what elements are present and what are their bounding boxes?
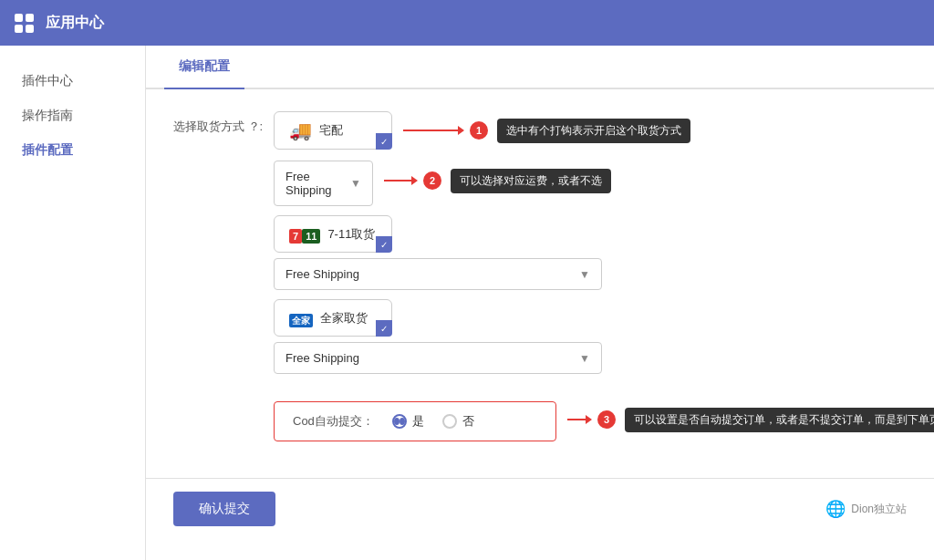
watermark-text: Dion独立站	[851, 502, 907, 517]
main-layout: 插件中心 操作指南 插件配置 编辑配置 选择取货方式 ？:	[0, 46, 934, 560]
chevron-down-icon-1: ▼	[350, 177, 361, 190]
familymart-icon: 全家	[289, 307, 313, 328]
cod-section: Cod自动提交： 是 否	[173, 398, 907, 441]
footer: 确认提交 🌐 Dion独立站	[146, 478, 934, 539]
arrow-line-2	[384, 180, 411, 181]
checkmark-familymart	[376, 320, 392, 337]
sidebar-item-plugin-config[interactable]: 插件配置	[0, 133, 145, 168]
annotation-3-inline: 3 可以设置是否自动提交订单，或者是不提交订单，而是到下单页面	[567, 408, 934, 432]
delivery-label: 选择取货方式 ？:	[173, 111, 274, 135]
confirm-button[interactable]: 确认提交	[173, 492, 275, 526]
chevron-down-icon-3: ▼	[579, 352, 590, 365]
anno-num-1: 1	[470, 121, 488, 140]
watermark-icon: 🌐	[825, 499, 846, 519]
delivery-item-711: 711 7-11取货 Free Shipping ▼	[274, 215, 611, 290]
seven-eleven-text: 7-11取货	[327, 226, 375, 243]
annotation-1-inline: 1 选中有个打钩表示开启这个取货方式	[403, 119, 690, 143]
sidebar-item-operation-guide[interactable]: 操作指南	[0, 99, 145, 133]
home-delivery-text: 宅配	[319, 122, 343, 139]
delivery-card-711[interactable]: 711 7-11取货	[274, 215, 392, 253]
cod-radio-group: 是 否	[392, 413, 474, 430]
checkmark-home	[376, 133, 392, 150]
cod-empty-label	[173, 398, 274, 405]
cod-box: Cod自动提交： 是 否	[274, 401, 556, 441]
delivery-item-familymart: 全家 全家取货 Free Shipping ▼	[274, 299, 611, 374]
cod-yes-radio[interactable]: 是	[392, 413, 424, 430]
arrow-line-3	[567, 419, 586, 420]
shipping-dropdown-familymart-text: Free Shipping	[285, 351, 359, 365]
delivery-col: 🚚 宅配 1	[274, 111, 611, 383]
shipping-dropdown-home[interactable]: Free Shipping ▼	[274, 161, 373, 206]
dropdown-row-1: Free Shipping ▼ 2	[274, 155, 611, 206]
radio-circle-no	[442, 414, 457, 429]
tab-bar: 编辑配置	[146, 46, 934, 89]
cod-yes-label: 是	[412, 413, 424, 430]
header: 应用中心	[0, 0, 934, 46]
sidebar: 插件中心 操作指南 插件配置	[0, 46, 146, 560]
checkmark-711	[376, 236, 392, 253]
delivery-options-area: 🚚 宅配 1	[274, 111, 611, 383]
delivery-section: 选择取货方式 ？: 🚚 宅配	[173, 111, 907, 383]
seven-eleven-icon: 711	[289, 223, 320, 244]
app-logo	[15, 14, 35, 33]
arrow-head-3	[586, 415, 592, 424]
app-title: 应用中心	[46, 14, 104, 33]
anno-text-1: 选中有个打钩表示开启这个取货方式	[497, 119, 690, 143]
cod-no-label: 否	[462, 413, 474, 430]
shipping-dropdown-familymart[interactable]: Free Shipping ▼	[274, 342, 602, 374]
arrow-line-1	[403, 130, 458, 131]
anno-text-3: 可以设置是否自动提交订单，或者是不提交订单，而是到下单页面	[625, 408, 934, 432]
familymart-text: 全家取货	[320, 310, 368, 327]
anno-num-2: 2	[423, 171, 441, 190]
tab-edit-config[interactable]: 编辑配置	[164, 46, 244, 89]
chevron-down-icon-2: ▼	[579, 268, 590, 281]
cod-no-radio[interactable]: 否	[442, 413, 474, 430]
shipping-dropdown-711[interactable]: Free Shipping ▼	[274, 258, 602, 290]
anno-num-3: 3	[597, 410, 616, 429]
truck-icon: 🚚	[289, 119, 312, 141]
cod-label: Cod自动提交：	[293, 413, 374, 430]
content-area: 选择取货方式 ？: 🚚 宅配	[146, 89, 934, 478]
shipping-dropdown-home-text: Free Shipping	[285, 170, 350, 197]
arrow-head-2	[411, 176, 418, 185]
delivery-card-home[interactable]: 🚚 宅配	[274, 111, 392, 150]
cod-row: Cod自动提交： 是 否	[274, 398, 934, 441]
radio-circle-yes	[392, 414, 407, 429]
shipping-dropdown-711-text: Free Shipping	[285, 267, 359, 281]
main-content: 编辑配置 选择取货方式 ？: 🚚 宅配	[146, 46, 934, 560]
delivery-card-familymart[interactable]: 全家 全家取货	[274, 299, 392, 337]
arrow-head-1	[458, 126, 464, 135]
delivery-item-home: 🚚 宅配 1	[274, 111, 611, 206]
sidebar-item-plugin-center[interactable]: 插件中心	[0, 64, 145, 99]
annotation-2-inline: 2 可以选择对应运费，或者不选	[384, 169, 611, 193]
anno-text-2: 可以选择对应运费，或者不选	[451, 169, 611, 193]
watermark: 🌐 Dion独立站	[825, 499, 907, 519]
